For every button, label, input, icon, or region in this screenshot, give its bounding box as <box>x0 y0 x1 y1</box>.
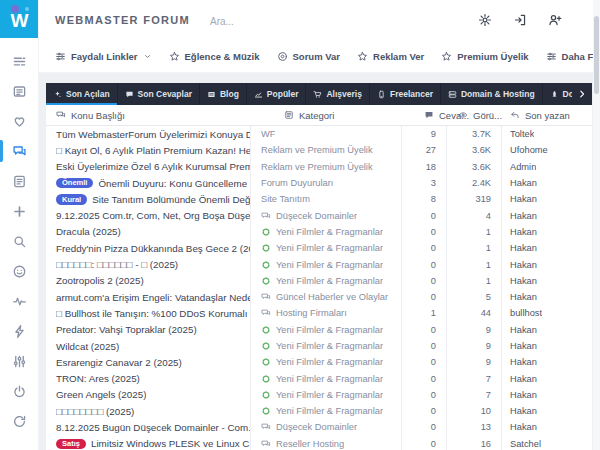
topic-category[interactable]: Yeni Filmler & Fragmanlar <box>276 260 383 270</box>
topic-last-poster[interactable]: Hakan <box>510 194 537 204</box>
topic-last-poster[interactable]: Hakan <box>510 211 537 221</box>
topic-title[interactable]: Site Tanıtım Bölümünde Önemli Değişiklik… <box>92 194 250 205</box>
topic-title[interactable]: □□□□□□: □□□□□□ - □ (2025) <box>56 259 178 270</box>
tab-al-veri[interactable]: Alışveriş <box>306 83 369 105</box>
tab-son-a-lan[interactable]: Son Açılan <box>46 83 118 105</box>
topic-title[interactable]: □ Kayıt Ol, 6 Aylık Platin Premium Kazan… <box>56 145 250 156</box>
column-replies[interactable]: Ceva... <box>424 105 458 125</box>
topic-last-poster[interactable]: Satchel <box>510 439 541 449</box>
table-row[interactable]: ÖnemliÖnemli Duyuru: Konu Güncelleme Kur… <box>46 175 592 191</box>
settings-button[interactable] <box>478 13 492 27</box>
topic-category[interactable]: Yeni Filmler & Fragmanlar <box>276 390 383 400</box>
topic-category[interactable]: WF <box>261 129 275 139</box>
topic-title[interactable]: Önemli Duyuru: Konu Güncelleme Kuralları… <box>98 178 250 189</box>
topic-last-poster[interactable]: Hakan <box>510 374 537 384</box>
topic-title[interactable]: □ Bullhost ile Tanışın: %100 DDoS Koruma… <box>56 308 250 319</box>
sidebar-power-button[interactable] <box>0 376 38 406</box>
table-row[interactable]: □□□□□□□□ (2025) Yeni Filmler & Fragmanla… <box>46 403 592 419</box>
table-row[interactable]: Freddy'nin Pizza Dükkanında Beş Gece 2 (… <box>46 240 592 256</box>
topic-title[interactable]: Dracula (2025) <box>56 226 121 237</box>
menu-item-reklam-ver[interactable]: Reklam Ver <box>357 51 424 62</box>
sidebar-plus-button[interactable] <box>0 196 38 226</box>
column-views[interactable]: Görü... <box>458 105 502 125</box>
topic-last-poster[interactable]: Hakan <box>510 260 537 270</box>
topic-last-poster[interactable]: bullhost <box>510 308 542 318</box>
tab-freelancer[interactable]: Freelancer <box>370 83 441 105</box>
topic-title[interactable]: Green Angels (2025) <box>56 389 146 400</box>
menu-item-e-lence-m-zik[interactable]: Eğlence & Müzik <box>169 51 260 62</box>
topic-category[interactable]: Reklam ve Premium Üyelik <box>261 145 373 155</box>
topic-category[interactable]: Yeni Filmler & Fragmanlar <box>276 357 383 367</box>
topic-last-poster[interactable]: Hakan <box>510 341 537 351</box>
topic-last-poster[interactable]: Hakan <box>510 422 537 432</box>
topic-category[interactable]: Yeni Filmler & Fragmanlar <box>276 406 383 416</box>
sidebar-search-button[interactable] <box>0 226 38 256</box>
topic-category[interactable]: Yeni Filmler & Fragmanlar <box>276 276 383 286</box>
sidebar-filters-button[interactable] <box>0 346 38 376</box>
table-row[interactable]: □□□□□□: □□□□□□ - □ (2025) Yeni Filmler &… <box>46 256 592 272</box>
scrollbar[interactable] <box>593 0 600 450</box>
sidebar-news-button[interactable] <box>0 76 38 106</box>
topic-title[interactable]: Zootropolis 2 (2025) <box>56 275 144 286</box>
scrollbar-thumb[interactable] <box>594 16 599 94</box>
tab-son-cevaplar[interactable]: Son Cevaplar <box>118 83 200 105</box>
table-row[interactable]: □ Bullhost ile Tanışın: %100 DDoS Koruma… <box>46 305 592 321</box>
topic-title[interactable]: Limitsiz Windows PLESK ve Linux CPANEL R… <box>91 438 250 449</box>
topic-category[interactable]: Site Tanıtım <box>261 194 310 204</box>
topic-last-poster[interactable]: Hakan <box>510 292 537 302</box>
topic-last-poster[interactable]: Hakan <box>510 325 537 335</box>
table-row[interactable]: Esrarengiz Canavar 2 (2025) Yeni Filmler… <box>46 354 592 370</box>
table-row[interactable]: Zootropolis 2 (2025) Yeni Filmler & Frag… <box>46 273 592 289</box>
topic-title[interactable]: 9.12.2025 Com.tr, Com, Net, Org Boşa Düş… <box>56 210 250 221</box>
table-row[interactable]: armut.com'a Erişim Engeli: Vatandaşlar N… <box>46 289 592 305</box>
menu-item-premium-yelik[interactable]: Premium Üyelik <box>441 51 528 62</box>
table-row[interactable]: Green Angels (2025) Yeni Filmler & Fragm… <box>46 387 592 403</box>
sidebar-heart-button[interactable] <box>0 106 38 136</box>
topic-last-poster[interactable]: Hakan <box>510 406 537 416</box>
topic-category[interactable]: Yeni Filmler & Fragmanlar <box>276 227 383 237</box>
topic-last-poster[interactable]: Hakan <box>510 357 537 367</box>
sidebar-lightning-button[interactable] <box>0 316 38 346</box>
table-row[interactable]: Dracula (2025) Yeni Filmler & Fragmanlar… <box>46 224 592 240</box>
topic-category[interactable]: Güncel Haberler ve Olaylar <box>276 292 388 302</box>
table-row[interactable]: Predator: Vahşi Topraklar (2025) Yeni Fi… <box>46 322 592 338</box>
topic-category[interactable]: Yeni Filmler & Fragmanlar <box>276 374 383 384</box>
topic-category[interactable]: Forum Duyuruları <box>261 178 333 188</box>
register-button[interactable] <box>548 13 562 27</box>
table-row[interactable]: Tüm WebmasterForum Üyelerimizi Konuya Da… <box>46 126 592 142</box>
topic-title[interactable]: Tüm WebmasterForum Üyelerimizi Konuya Da… <box>56 129 250 140</box>
table-row[interactable]: Eski Üyelerimize Özel 6 Aylık Kurumsal P… <box>46 159 592 175</box>
topic-last-poster[interactable]: Ufohome <box>510 145 548 155</box>
topic-title[interactable]: armut.com'a Erişim Engeli: Vatandaşlar N… <box>56 292 250 303</box>
topic-category[interactable]: Düşecek Domainler <box>276 422 357 432</box>
sidebar-note-button[interactable] <box>0 166 38 196</box>
topic-category[interactable]: Hosting Firmaları <box>276 308 347 318</box>
sidebar-smiley-button[interactable] <box>0 256 38 286</box>
logo[interactable]: W <box>0 0 38 38</box>
tab-blog[interactable]: Blog <box>200 83 247 105</box>
topic-title[interactable]: Freddy'nin Pizza Dükkanında Beş Gece 2 (… <box>56 243 250 254</box>
menu-item-sorum-var[interactable]: Sorum Var <box>277 51 341 62</box>
tab-pop-ler[interactable]: Popüler <box>247 83 307 105</box>
topic-last-poster[interactable]: Hakan <box>510 276 537 286</box>
table-row[interactable]: 9.12.2025 Com.tr, Com, Net, Org Boşa Düş… <box>46 207 592 223</box>
sidebar-activity-button[interactable] <box>0 286 38 316</box>
search-input[interactable] <box>208 15 432 28</box>
topic-last-poster[interactable]: Toltek <box>510 129 534 139</box>
tab-domain-hosting[interactable]: Domain & Hosting <box>441 83 543 105</box>
topic-category[interactable]: Yeni Filmler & Fragmanlar <box>276 243 383 253</box>
topic-last-poster[interactable]: Admin <box>510 162 536 172</box>
table-row[interactable]: SatışLimitsiz Windows PLESK ve Linux CPA… <box>46 436 592 450</box>
topic-title[interactable]: 8.12.2025 Bugün Düşecek Domainler - Com.… <box>56 422 250 433</box>
table-row[interactable]: KuralSite Tanıtım Bölümünde Önemli Değiş… <box>46 191 592 207</box>
column-category[interactable]: Kategori <box>274 105 424 125</box>
topic-title[interactable]: □□□□□□□□ (2025) <box>56 406 134 417</box>
login-button[interactable] <box>513 13 527 27</box>
sidebar-refresh-button[interactable] <box>0 406 38 436</box>
column-topic-title[interactable]: Konu Başlığı <box>46 105 274 125</box>
table-row[interactable]: □ Kayıt Ol, 6 Aylık Platin Premium Kazan… <box>46 142 592 158</box>
table-row[interactable]: Wildcat (2025) Yeni Filmler & Fragmanlar… <box>46 338 592 354</box>
topic-title[interactable]: Eski Üyelerimize Özel 6 Aylık Kurumsal P… <box>56 161 250 172</box>
topic-last-poster[interactable]: Hakan <box>510 227 537 237</box>
topic-category[interactable]: Reklam ve Premium Üyelik <box>261 162 373 172</box>
